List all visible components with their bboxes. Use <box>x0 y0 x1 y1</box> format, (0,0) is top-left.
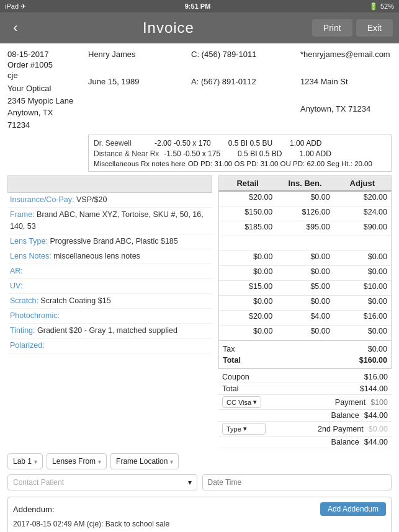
type-label: Type <box>226 425 241 433</box>
contact-patient-label: Contact Patient <box>13 478 64 487</box>
charges-section: Insurance/Co-Pay: VSP/$20Frame: Brand AB… <box>7 175 392 448</box>
charge-cell-adjust <box>334 236 391 250</box>
frame-location-dropdown[interactable]: Frame Location ▾ <box>110 453 179 469</box>
total-value: $160.00 <box>359 356 387 365</box>
header-retail: Retail <box>219 179 276 188</box>
charge-table-col: Retail Ins. Ben. Adjust $20.00$0.00$20.0… <box>218 175 392 448</box>
misc-rx-row: Miscellaneous Rx notes here OD PD: 31.00… <box>94 160 386 167</box>
payment-label: Payment <box>335 398 365 407</box>
tax-row: Tax $0.00 <box>223 344 387 355</box>
charge-label-row: Photochromic: <box>7 309 212 324</box>
lenses-from-label: Lenses From <box>52 457 96 466</box>
rx-distance-values: -1.50 -0.50 x 175 <box>164 149 220 158</box>
charge-cell-retail: $20.00 <box>219 192 276 206</box>
charge-value-row: $0.00$0.00$0.00 <box>219 296 391 311</box>
charge-labels-col: Insurance/Co-Pay: VSP/$20Frame: Brand AB… <box>7 175 212 448</box>
payment2-label: 2nd Payment <box>318 425 364 433</box>
date-time-input[interactable] <box>202 474 392 490</box>
charge-cell-adjust: $0.00 <box>334 251 391 265</box>
charge-label-row: Tinting: Gradient $20 - Gray 1, matched … <box>7 324 212 339</box>
coupon-value: $16.00 <box>364 373 388 381</box>
charge-cell-ins_ben: $0.00 <box>276 296 333 310</box>
type-dropdown[interactable]: Type ▾ <box>222 423 266 435</box>
charge-label-row: Lens Type: Progressive Brand ABC, Plasti… <box>7 234 212 249</box>
charge-label-row: Scratch: Scratch Coating $15 <box>7 294 212 309</box>
charge-label-name: Photochromic: <box>10 311 60 320</box>
order-number: Order #1005 <box>7 60 88 69</box>
charge-value-row: $20.00$4.00$16.00 <box>219 311 391 326</box>
back-button[interactable]: ‹ <box>6 20 25 36</box>
balance2-row: Balance $44.00 <box>218 437 392 448</box>
charge-cell-ins_ben: $0.00 <box>276 251 333 265</box>
total-label: Total <box>223 356 241 365</box>
patient-phone-c: C: (456) 789-1011 <box>191 50 297 76</box>
nav-bar: ‹ Invoice Print Exit <box>0 12 399 43</box>
print-button[interactable]: Print <box>312 19 352 37</box>
status-right: 🔋 52% <box>369 2 394 11</box>
charge-cell-retail: $185.00 <box>219 221 276 236</box>
rx-distance-bi: 0.5 BI 0.5 BD <box>238 149 282 158</box>
total2-row: Total $144.00 <box>218 383 392 395</box>
charge-cell-ins_ben: $0.00 <box>276 326 333 340</box>
lenses-from-dropdown[interactable]: Lenses From ▾ <box>47 453 107 469</box>
charge-label-name: Frame: <box>10 210 37 219</box>
charge-cell-adjust: $24.00 <box>334 206 391 221</box>
charge-label-value: Progressive Brand ABC, Plastic $185 <box>50 237 177 246</box>
rx-distance-label: Distance & Near Rx <box>94 149 159 158</box>
lab-dropdown[interactable]: Lab 1 ▾ <box>7 453 43 469</box>
main-content: 08-15-2017 Order #1005 cje Your Optical … <box>0 43 399 532</box>
charge-labels-header <box>7 175 212 193</box>
charge-value-row <box>219 236 391 251</box>
misc-rx-pd: OD PD: 31.00 OS PD: 31.00 OU PD: 62.00 S… <box>188 160 372 167</box>
charge-cell-adjust: $90.00 <box>334 221 391 236</box>
charge-cell-adjust: $20.00 <box>334 192 391 206</box>
charge-cell-ins_ben: $5.00 <box>276 281 333 295</box>
rx-doctor-bi: 0.5 BI 0.5 BU <box>228 139 272 148</box>
cc-dropdown-arrow: ▾ <box>253 398 257 406</box>
header-adjust: Adjust <box>334 179 391 188</box>
charge-value-row: $0.00$0.00$0.00 <box>219 251 391 266</box>
balance2-label: Balance <box>331 438 359 446</box>
charge-label-name: Lens Notes: <box>10 252 53 260</box>
charge-label-row: Frame: Brand ABC, Name XYZ, Tortoise, SK… <box>7 208 212 234</box>
total-row: Total $160.00 <box>223 355 387 366</box>
patient-address1: 1234 Main St <box>300 77 392 104</box>
charge-cell-retail: $0.00 <box>219 266 276 280</box>
exit-button[interactable]: Exit <box>356 19 393 37</box>
charge-value-row: $20.00$0.00$20.00 <box>219 192 391 206</box>
cc-type-dropdown[interactable]: CC Visa ▾ <box>222 396 261 408</box>
patient-email: *henryjames@email.com <box>300 50 392 76</box>
contact-patient-dropdown[interactable]: Contact Patient ▾ <box>7 474 197 490</box>
charge-label-name: Polarized: <box>10 341 45 350</box>
charge-label-name: Lens Type: <box>10 237 50 246</box>
status-left: iPad ✈ <box>5 2 26 11</box>
charge-cell-adjust: $10.00 <box>334 281 391 295</box>
balance-label: Balance <box>331 411 359 420</box>
misc-rx-label: Miscellaneous Rx notes here <box>94 160 186 167</box>
rx-distance-add: 1.00 ADD <box>299 149 331 158</box>
charge-label-value: miscellaneous lens notes <box>53 252 140 260</box>
optical-zip: 71234 <box>7 119 88 131</box>
charge-label-name: AR: <box>10 267 23 275</box>
charge-cell-ins_ben: $126.00 <box>276 206 333 221</box>
payment2-row: Type ▾ 2nd Payment $0.00 <box>218 422 392 437</box>
charge-value-row: $0.00$0.00$0.00 <box>219 266 391 281</box>
charge-cell-ins_ben: $0.00 <box>276 266 333 280</box>
patient-dob: June 15, 1989 <box>88 77 187 104</box>
contact-row: Contact Patient ▾ <box>7 474 392 490</box>
status-bar: iPad ✈ 9:51 PM 🔋 52% <box>0 0 399 12</box>
charge-cell-adjust: $0.00 <box>334 296 391 310</box>
user-id: cje <box>7 71 88 80</box>
charge-label-value: Gradient $20 - Gray 1, matched supplied <box>37 326 177 335</box>
page-title: Invoice <box>143 19 194 37</box>
bottom-dropdowns: Lab 1 ▾ Lenses From ▾ Frame Location ▾ <box>7 453 392 469</box>
charge-label-value: Brand ABC, Name XYZ, Tortoise, SKU #, 50… <box>10 210 204 231</box>
add-addendum-button[interactable]: Add Addendum <box>320 502 386 516</box>
charge-cell-adjust: $0.00 <box>334 266 391 280</box>
charge-cell-retail: $150.00 <box>219 206 276 221</box>
charge-labels-list: Insurance/Co-Pay: VSP/$20Frame: Brand AB… <box>7 193 212 353</box>
coupon-label: Coupon <box>222 373 249 381</box>
patient-name: Henry James <box>88 50 187 76</box>
charge-label-row: UV: <box>7 279 212 294</box>
invoice-date: 08-15-2017 <box>7 50 88 59</box>
